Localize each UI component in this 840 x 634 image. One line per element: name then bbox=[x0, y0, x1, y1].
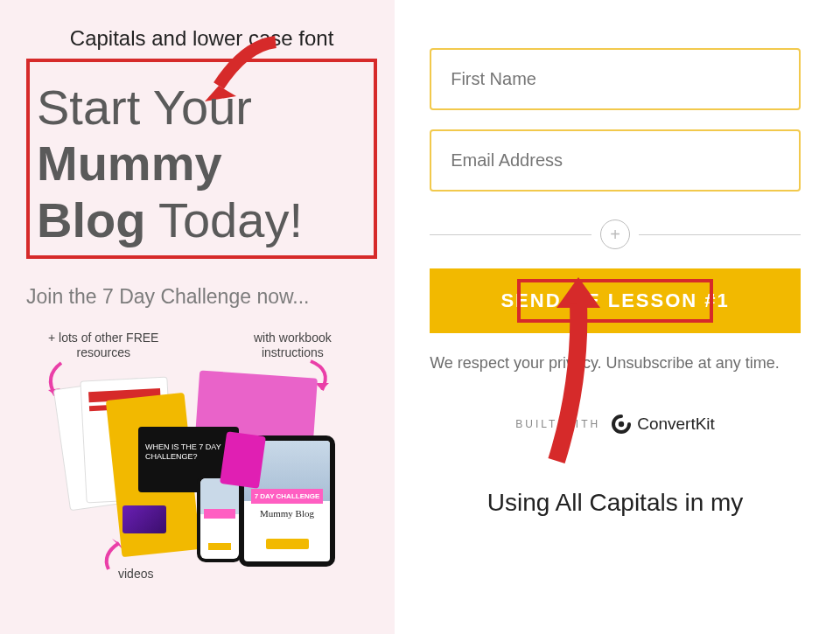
form-divider: + bbox=[430, 219, 801, 249]
convertkit-icon bbox=[611, 414, 632, 435]
magenta-book-icon bbox=[220, 431, 266, 489]
mockup-resources-label: + lots of other FREE resources bbox=[48, 331, 158, 360]
convertkit-logo[interactable]: ConvertKit bbox=[611, 414, 715, 435]
mockup-area: + lots of other FREE resources with work… bbox=[26, 331, 368, 589]
purple-card-icon bbox=[122, 505, 166, 533]
privacy-text: We respect your privacy. Unsubscribe at … bbox=[430, 352, 801, 374]
headline-bold-1: Mummy bbox=[37, 136, 222, 191]
headline-box: Start Your Mummy Blog Today! bbox=[26, 59, 377, 259]
cta-highlight-box bbox=[517, 279, 713, 323]
annotation-bottom: Using All Capitals in my bbox=[430, 487, 801, 518]
first-name-field[interactable] bbox=[430, 48, 801, 110]
plus-icon[interactable]: + bbox=[600, 219, 630, 249]
send-lesson-button[interactable]: SEND ME LESSON #1 bbox=[430, 268, 801, 333]
mockup-workbook-label: with workbook instructions bbox=[254, 331, 332, 360]
headline-bold-2: Blog bbox=[37, 192, 145, 247]
mockup-videos-label: videos bbox=[118, 567, 153, 582]
right-panel: + SEND ME LESSON #1 We respect your priv… bbox=[395, 0, 840, 634]
headline-part-2: Today! bbox=[145, 192, 303, 247]
headline-part-1: Start Your bbox=[37, 80, 252, 135]
left-panel: Capitals and lower case font Start Your … bbox=[0, 0, 395, 634]
subheading: Join the 7 Day Challenge now... bbox=[26, 285, 377, 309]
built-with-label: BUILT WITH bbox=[515, 418, 600, 430]
annotation-top: Capitals and lower case font bbox=[26, 26, 377, 52]
built-with-row: BUILT WITH ConvertKit bbox=[430, 414, 801, 435]
email-field[interactable] bbox=[430, 129, 801, 192]
convertkit-text: ConvertKit bbox=[637, 415, 715, 434]
svg-point-4 bbox=[619, 422, 624, 427]
phone-icon bbox=[197, 475, 242, 562]
headline: Start Your Mummy Blog Today! bbox=[37, 80, 367, 248]
